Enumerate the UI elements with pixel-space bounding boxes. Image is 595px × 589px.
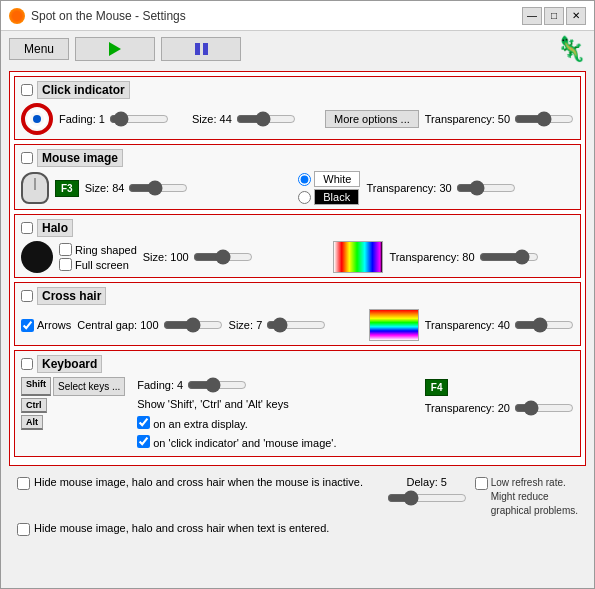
ring-shaped-checkbox[interactable] [59,243,72,256]
halo-color-palette[interactable] [333,241,383,273]
close-button[interactable]: ✕ [566,7,586,25]
pause-bar-right [203,43,208,55]
halo-checkbox[interactable] [21,222,33,234]
hide-inactive-checkbox[interactable] [17,477,30,490]
mouse-image-content: F3 Size: 84 White [21,171,574,205]
menu-button[interactable]: Menu [9,38,69,60]
black-radio-label[interactable]: Black [298,189,360,205]
pause-bar-left [195,43,200,55]
hide-text-checkbox[interactable] [17,523,30,536]
hide-inactive-item: Hide mouse image, halo and cross hair wh… [17,476,379,490]
fading-slider[interactable] [109,111,169,127]
bottom-panel: Hide mouse image, halo and cross hair wh… [9,472,586,540]
halo-header: Halo [21,219,574,237]
keyboard-header: Keyboard [21,355,574,373]
crosshair-section: Cross hair Arrows Central gap: 100 [14,282,581,346]
halo-transparency-row: Transparency: 80 [389,249,574,265]
ch-gap-label: Central gap: 100 [77,319,158,331]
key-badges-row3: Alt [21,415,125,430]
kb-controls: Fading: 4 Show 'Shift', 'Ctrl' and 'Alt'… [137,377,415,452]
low-refresh-check: Low refresh rate. Might reduce graphical… [475,476,578,518]
kb-transparency-row: Transparency: 20 [425,400,574,416]
click-indicator-title: Click indicator [37,81,130,99]
ch-size-row: Size: 7 [229,317,363,333]
halo-transparency-label: Transparency: 80 [389,251,474,263]
app-icon [9,8,25,24]
halo-transparency-slider[interactable] [479,249,539,265]
white-radio[interactable] [298,173,311,186]
kb-fading-label: Fading: 4 [137,379,183,391]
key-icons: Shift Select keys ... Ctrl Alt [21,377,125,430]
transparency-row: Transparency: 50 [425,111,574,127]
transparency-label: Transparency: 50 [425,113,510,125]
full-screen-label[interactable]: Full screen [59,258,137,271]
kb-transparency-label: Transparency: 20 [425,402,510,414]
color-radio-group: White Black [298,171,360,205]
crosshair-title: Cross hair [37,287,106,305]
mouse-image-header: Mouse image [21,149,574,167]
kb-transparency-slider[interactable] [514,400,574,416]
click-indicator-content: Fading: 1 Size: 44 More options ... [21,103,574,135]
transparency-slider[interactable] [514,111,574,127]
alt-key: Alt [21,415,43,430]
ch-gap-row: Central gap: 100 [77,317,222,333]
delay-slider[interactable] [387,490,467,506]
ch-transparency-slider[interactable] [514,317,574,333]
f3-badge: F3 [55,180,79,197]
halo-content: Ring shaped Full screen Size: 100 [21,241,574,273]
more-options-button[interactable]: More options ... [325,110,419,128]
pause-button[interactable] [161,37,241,61]
kb-fading-slider[interactable] [187,377,247,393]
keyboard-content: Shift Select keys ... Ctrl Alt [21,377,574,452]
kb-check2: on 'click indicator' and 'mouse image'. [137,435,415,452]
full-screen-checkbox[interactable] [59,258,72,271]
arrows-label[interactable]: Arrows [21,319,71,332]
mi-transparency-slider[interactable] [456,180,516,196]
ch-size-slider[interactable] [266,317,326,333]
delay-label: Delay: 5 [407,476,447,488]
delay-section: Delay: 5 [387,476,467,506]
click-indicator-section: Click indicator Fading: 1 [14,76,581,140]
shift-key: Shift [21,377,51,396]
hide-text-item: Hide mouse image, halo and cross hair wh… [17,522,578,536]
mouse-icon [21,172,49,204]
kb-extra-display-checkbox[interactable] [137,416,150,429]
crosshair-color-palette[interactable] [369,309,419,341]
main-panel: Click indicator Fading: 1 [9,71,586,466]
play-icon [109,42,121,56]
arrows-checkbox[interactable] [21,319,34,332]
ring-shaped-label[interactable]: Ring shaped [59,243,137,256]
halo-checkbox-row: Ring shaped Full screen [59,243,137,271]
keyboard-title: Keyboard [37,355,102,373]
chameleon-icon: 🦎 [556,35,586,63]
mi-size-row: Size: 84 [85,180,293,196]
low-refresh-checkbox[interactable] [475,477,488,490]
kb-right: F4 Transparency: 20 [425,377,574,416]
kb-text-block: Show 'Shift', 'Ctrl' and 'Alt' keys [137,396,415,413]
low-refresh-area: Low refresh rate. Might reduce graphical… [475,476,578,518]
kb-click-indicator-checkbox[interactable] [137,435,150,448]
mi-size-slider[interactable] [128,180,188,196]
bullseye-icon [21,103,53,135]
halo-size-slider[interactable] [193,249,253,265]
keyboard-checkbox[interactable] [21,358,33,370]
minimize-button[interactable]: — [522,7,542,25]
black-radio[interactable] [298,191,311,204]
size-slider[interactable] [236,111,296,127]
click-indicator-checkbox[interactable] [21,84,33,96]
size-label: Size: 44 [192,113,232,125]
select-keys-button[interactable]: Select keys ... [53,377,125,396]
fading-label: Fading: 1 [59,113,105,125]
mouse-image-checkbox[interactable] [21,152,33,164]
play-button[interactable] [75,37,155,61]
halo-size-row: Size: 100 [143,249,328,265]
maximize-button[interactable]: □ [544,7,564,25]
toolbar: Menu 🦎 [1,31,594,67]
ch-gap-slider[interactable] [163,317,223,333]
crosshair-checkbox[interactable] [21,290,33,302]
mouse-image-section: Mouse image F3 Size: 84 [14,144,581,210]
window: Spot on the Mouse - Settings — □ ✕ Menu … [0,0,595,589]
white-radio-label[interactable]: White [298,171,360,187]
content-area: Click indicator Fading: 1 [1,67,594,588]
mouse-image-title: Mouse image [37,149,123,167]
